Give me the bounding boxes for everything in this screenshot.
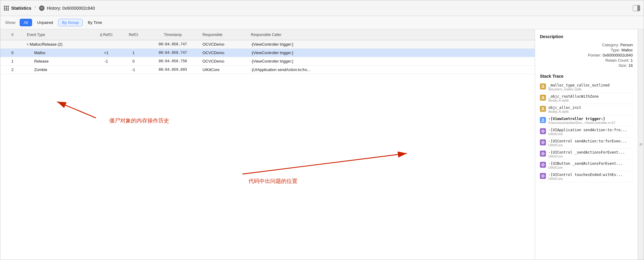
stack-func-4: -[UIApplication sendAction:to:fro... <box>548 128 627 132</box>
stack-icon-system-1 <box>540 95 546 101</box>
col-header-responsible: Responsible <box>200 31 248 38</box>
col-header-timestamp: Timestamp <box>146 31 200 38</box>
svg-point-14 <box>541 130 544 132</box>
svg-point-13 <box>542 119 544 120</box>
stack-text-8: -[UIControl touchesEnded:withEv... UIKit… <box>548 173 623 180</box>
stack-icon-system-0 <box>540 83 546 89</box>
table-row-2[interactable]: 2 Zombie -1 00:04.059.093 UIKitCore -[UI… <box>0 66 535 74</box>
filter-by-group-button[interactable]: By Group <box>58 19 83 26</box>
sidebar-toggle-button[interactable] <box>633 5 640 11</box>
description-table: Category: Person Type: Malloc Pointer: 0… <box>540 43 633 68</box>
desc-row-retain: Retain Count: 1 <box>540 58 633 63</box>
row1-num: 1 <box>0 58 25 65</box>
stack-lib-0: libsystem_malloc.dylib <box>548 87 610 91</box>
stack-text-7: -[UIButton _sendActionsForEvent... UIKit… <box>548 161 623 169</box>
desc-row-type: Type: Malloc <box>540 48 633 52</box>
row0-refct: 1 <box>121 49 146 56</box>
stack-text-4: -[UIApplication sendAction:to:fro... UIK… <box>548 128 627 136</box>
stack-text-1: _objc_rootAllocWithZone libobjc.A.dylib <box>548 94 599 102</box>
filter-all-button[interactable]: All <box>20 19 32 26</box>
svg-rect-10 <box>541 109 544 110</box>
table-row-0[interactable]: 0 Malloc +1 1 00:04.058.747 OCVCDemo -[V… <box>0 49 535 57</box>
desc-key-retain: Retain Count: <box>605 58 629 63</box>
desc-row-category: Category: Person <box>540 43 633 47</box>
stack-item-8[interactable]: -[UIControl touchesEnded:withEv... UIKit… <box>540 171 633 182</box>
row2-timestamp: 00:04.059.093 <box>146 67 200 73</box>
row2-num: 2 <box>0 66 25 73</box>
table-row-1[interactable]: 1 Release -1 0 00:04.058.750 OCVCDemo -[… <box>0 57 535 66</box>
stack-func-5: -[UIControl sendAction:to:forEven... <box>548 139 627 143</box>
stack-func-6: -[UIControl _sendActionsForEvent... <box>548 150 625 154</box>
stack-lib-4: UIKitCore <box>548 132 627 136</box>
col-header-delta-refct: Δ RefCt <box>91 31 121 38</box>
desc-key-pointer: Pointer: <box>588 53 601 57</box>
stack-icon-uikit-5 <box>540 139 546 145</box>
stack-text-3: -[ViewController trigger:] /Users/xiusha… <box>548 117 615 125</box>
desc-key-type: Type: <box>611 48 620 52</box>
col-header-event-type: Event Type <box>25 31 91 38</box>
stack-lib-8: UIKitCore <box>548 177 623 180</box>
stack-lib-1: libobjc.A.dylib <box>548 99 599 102</box>
stack-func-1: _objc_rootAllocWithZone <box>548 94 599 99</box>
table-header: # Event Type Δ RefCt RefCt Timestamp Res… <box>0 29 535 40</box>
stack-icon-uikit-4 <box>540 128 546 134</box>
group-row-malloc-release[interactable]: ▾ Malloc/Release (2) 00:04.058.747 OCVCD… <box>0 40 535 49</box>
row1-event: Release <box>25 58 91 65</box>
row0-delta: +1 <box>91 49 121 56</box>
annotation-zombie-text: 僵尸对象的内存操作历史 <box>109 117 169 124</box>
desc-key-category: Category: <box>602 43 619 47</box>
group-label: Malloc/Release (2) <box>30 42 62 47</box>
desc-val-size: 16 <box>629 63 633 68</box>
stack-text-6: -[UIControl _sendActionsForEvent... UIKi… <box>548 150 625 158</box>
content-area: # Event Type Δ RefCt RefCt Timestamp Res… <box>0 29 644 260</box>
main-window: Statistics ⌃ History: 0x60000002c840 Sho… <box>0 0 644 260</box>
desc-key-size: Size: <box>619 63 627 68</box>
svg-point-20 <box>541 164 544 166</box>
filter-by-time-button[interactable]: By Time <box>84 19 106 26</box>
stack-item-5[interactable]: -[UIControl sendAction:to:forEven... UIK… <box>540 138 633 149</box>
stack-lib-2: libobjc.A.dylib <box>548 110 581 113</box>
stack-item-2[interactable]: objc_alloc_init libobjc.A.dylib <box>540 104 633 115</box>
row1-caller: -[ViewController trigger:] <box>248 58 535 65</box>
edge-icon: ≡ <box>638 143 644 146</box>
stack-item-1[interactable]: _objc_rootAllocWithZone libobjc.A.dylib <box>540 93 633 104</box>
group-delta-cell <box>91 43 121 46</box>
desc-val-retain: 1 <box>631 58 633 63</box>
stack-text-2: objc_alloc_init libobjc.A.dylib <box>548 106 581 113</box>
row1-timestamp: 00:04.058.750 <box>146 58 200 65</box>
stack-icon-user-3 <box>540 117 546 123</box>
stack-func-0: _malloc_type_calloc_outlined <box>548 83 610 87</box>
history-close-button[interactable] <box>39 5 44 11</box>
svg-point-16 <box>541 141 544 143</box>
stack-item-6[interactable]: -[UIControl _sendActionsForEvent... UIKi… <box>540 149 633 160</box>
svg-rect-6 <box>542 85 544 86</box>
row0-responsible: OCVCDemo <box>200 49 248 56</box>
stack-text-0: _malloc_type_calloc_outlined libsystem_m… <box>548 83 610 91</box>
row1-refct: 0 <box>121 58 146 65</box>
svg-point-22 <box>541 175 544 177</box>
row1-responsible: OCVCDemo <box>200 58 248 65</box>
stack-item-0[interactable]: _malloc_type_calloc_outlined libsystem_m… <box>540 82 633 93</box>
stack-icon-uikit-7 <box>540 162 546 168</box>
svg-rect-5 <box>542 86 544 86</box>
group-event-cell: ▾ Malloc/Release (2) <box>25 41 91 48</box>
group-chevron-icon: ▾ <box>27 43 28 46</box>
stack-icon-uikit-6 <box>540 151 546 157</box>
filter-unpaired-button[interactable]: Unpaired <box>33 19 57 26</box>
stack-item-4[interactable]: -[UIApplication sendAction:to:fro... UIK… <box>540 126 633 138</box>
stack-lib-6: UIKitCore <box>548 154 625 158</box>
statistics-label: Statistics <box>11 5 31 11</box>
stack-lib-5: UIKitCore <box>548 143 627 147</box>
group-timestamp-cell: 00:04.058.747 <box>146 41 200 48</box>
row2-refct: -1 <box>121 66 146 73</box>
row2-event: Zombie <box>25 66 91 73</box>
col-header-responsible-caller: Responsible Caller <box>248 31 535 38</box>
desc-val-pointer: 0x60000002c840 <box>603 53 633 57</box>
group-refct-cell <box>121 43 146 46</box>
stack-func-3: -[ViewController trigger:] <box>548 117 615 121</box>
svg-rect-11 <box>542 108 544 109</box>
stack-item-7[interactable]: -[UIButton _sendActionsForEvent... UIKit… <box>540 160 633 171</box>
annotation-code-text: 代码中出问题的位置 <box>248 177 297 185</box>
stack-item-3[interactable]: -[ViewController trigger:] /Users/xiusha… <box>540 115 633 126</box>
col-header-num: # <box>0 31 25 38</box>
